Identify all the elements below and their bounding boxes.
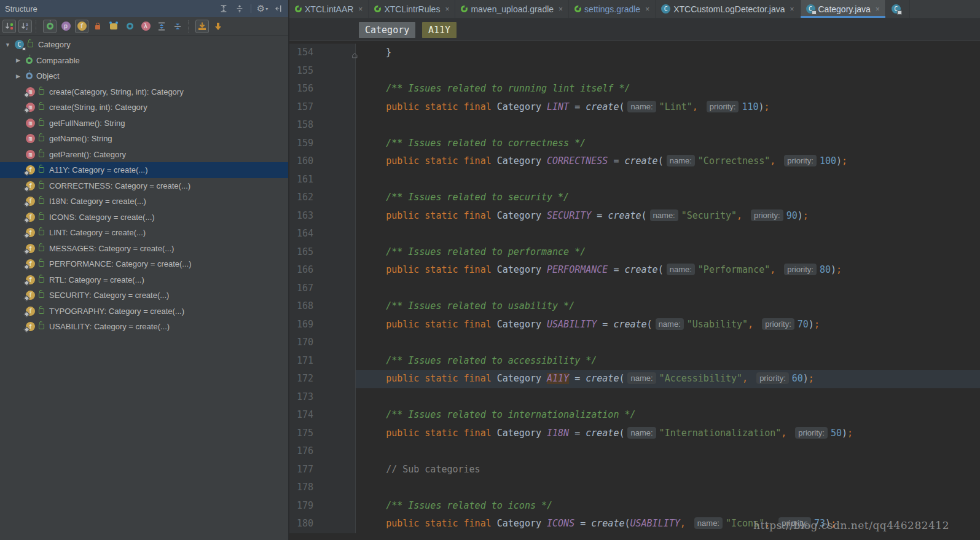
separator — [188, 20, 192, 33]
code-line-content[interactable]: /** Issues related to running lint itsel… — [356, 80, 980, 98]
scroll-to-source-button[interactable] — [195, 20, 209, 33]
context-chip-a11y[interactable]: A11Y — [422, 22, 457, 38]
structure-node-category[interactable]: ▼CCategory — [0, 37, 288, 53]
code-token: LINT — [547, 101, 569, 112]
editor-tab-xtclintaar[interactable]: XTCLintAAR× — [289, 0, 369, 18]
tree-expand-arrow-icon[interactable]: ▼ — [4, 42, 15, 48]
tab-close-icon[interactable]: × — [876, 5, 880, 14]
code-line-content[interactable]: public static final Category A11Y = crea… — [356, 370, 980, 388]
code-token: = — [569, 428, 586, 439]
structure-node-getfullname[interactable]: mgetFullName(): String — [0, 115, 288, 131]
structure-node-comparable[interactable]: ▶Comparable — [0, 53, 288, 69]
code-line-content[interactable]: public static final Category SECURITY = … — [356, 207, 980, 225]
show-fields-button[interactable]: f — [75, 20, 88, 33]
structure-node-object[interactable]: ▶Object — [0, 68, 288, 84]
java-class-icon: C — [661, 4, 670, 14]
structure-node-rtl[interactable]: fRTL: Category = create(...) — [0, 272, 288, 288]
structure-node-usability[interactable]: fUSABILITY: Category = create(...) — [0, 319, 288, 335]
parameter-hint: name: — [627, 101, 656, 112]
code-line-content[interactable]: public static final Category LINT = crea… — [356, 98, 980, 117]
structure-node-create[interactable]: mcreate(String, int): Category — [0, 100, 288, 115]
code-line-content[interactable]: /** Issues related to correctness */ — [356, 135, 980, 153]
editor-tab-category.java[interactable]: CCategory.java× — [801, 0, 886, 18]
structure-node-messages[interactable]: fMESSAGES: Category = create(...) — [0, 241, 288, 257]
code-line-content[interactable] — [356, 225, 980, 243]
code-token: SECURITY — [547, 210, 591, 221]
show-scope-button[interactable] — [123, 20, 136, 33]
structure-node-icons[interactable]: fICONS: Category = create(...) — [0, 209, 288, 225]
show-non-public-button[interactable] — [91, 20, 104, 33]
code-line: 155 — [289, 62, 980, 80]
expand-rows-button[interactable] — [155, 20, 168, 33]
structure-node-lint[interactable]: fLINT: Category = create(...) — [0, 225, 288, 241]
code-line-content[interactable]: public static final Category PERFORMANCE… — [356, 261, 980, 280]
structure-node-i18n[interactable]: fI18N: Category = create(...) — [0, 194, 288, 209]
tree-node-label: getParent(): Category — [49, 150, 126, 159]
show-properties-button[interactable]: p — [59, 20, 73, 33]
editor-tab-partial[interactable]: C — [886, 0, 910, 18]
code-token — [786, 428, 792, 439]
code-token: public static final — [386, 518, 492, 529]
code-line-content[interactable] — [356, 171, 980, 189]
editor-tab-xtccustomlogdetector.java[interactable]: CXTCCustomLogDetector.java× — [656, 0, 800, 18]
code-line-content[interactable]: // Sub categories — [356, 461, 980, 479]
tree-expand-arrow-icon[interactable]: ▶ — [15, 73, 26, 79]
code-line-content[interactable]: /** Issues related to icons */ — [356, 497, 980, 515]
sort-by-visibility-button[interactable] — [2, 20, 16, 33]
code-line-content[interactable] — [356, 479, 980, 497]
hide-tool-window-icon[interactable] — [273, 4, 283, 14]
editor-tab-xtclintrrules[interactable]: XTCLintrRules× — [369, 0, 455, 18]
tab-close-icon[interactable]: × — [358, 5, 363, 14]
code-line: 162 /** Issues related to security */ — [289, 189, 980, 207]
code-token — [364, 428, 386, 439]
code-line-content[interactable] — [356, 116, 980, 135]
collapse-rows-button[interactable] — [171, 20, 184, 33]
code-line-content[interactable]: /** Issues related to usability */ — [356, 297, 980, 316]
autoscroll-from-source-button[interactable] — [211, 20, 225, 33]
code-line-content[interactable] — [356, 388, 980, 407]
line-number: 175 — [289, 425, 356, 443]
view-options-gear-icon[interactable]: ⚙▾ — [257, 4, 267, 14]
code-line-content[interactable] — [356, 442, 980, 461]
public-visibility-icon — [39, 246, 44, 251]
code-line-content[interactable]: /** Issues related to security */ — [356, 189, 980, 207]
tab-close-icon[interactable]: × — [559, 5, 563, 14]
code-editor[interactable]: 154 }155156 /** Issues related to runnin… — [289, 41, 980, 540]
structure-node-getparent[interactable]: mgetParent(): Category — [0, 147, 288, 163]
structure-node-typography[interactable]: fTYPOGRAPHY: Category = create(...) — [0, 303, 288, 319]
show-lambdas-button[interactable]: λ — [139, 20, 152, 33]
code-line-content[interactable]: /** Issues related to accessibility */ — [356, 352, 980, 370]
sort-alphabetically-button[interactable]: az — [18, 20, 32, 33]
show-anonymous-classes-button[interactable] — [107, 20, 120, 33]
code-line-content[interactable] — [356, 280, 980, 298]
structure-node-create[interactable]: mcreate(Category, String, int): Category — [0, 84, 288, 100]
public-visibility-icon — [39, 324, 44, 329]
structure-node-performance[interactable]: fPERFORMANCE: Category = create(...) — [0, 256, 288, 272]
code-token — [748, 373, 753, 384]
code-line-content[interactable]: public static final Category CORRECTNESS… — [356, 152, 980, 171]
context-chip-category[interactable]: Category — [359, 22, 415, 38]
code-token: public static final — [386, 155, 492, 166]
collapse-all-icon[interactable] — [235, 4, 245, 14]
code-line-content[interactable] — [356, 62, 980, 80]
tab-close-icon[interactable]: × — [445, 5, 449, 14]
code-line-content[interactable] — [356, 334, 980, 352]
code-line-content[interactable]: } — [356, 44, 980, 62]
code-line-content[interactable]: public static final Category I18N = crea… — [356, 425, 980, 443]
structure-node-getname[interactable]: mgetName(): String — [0, 131, 288, 147]
expand-all-icon[interactable] — [219, 4, 229, 14]
structure-node-security[interactable]: fSECURITY: Category = create(...) — [0, 288, 288, 303]
code-line-content[interactable]: /** Issues related to performance */ — [356, 243, 980, 262]
structure-node-correctness[interactable]: fCORRECTNESS: Category = create(...) — [0, 178, 288, 194]
public-visibility-icon — [28, 42, 33, 47]
structure-node-a11y[interactable]: fA11Y: Category = create(...) — [0, 162, 288, 178]
editor-tab-maven_upload.gradle[interactable]: maven_upload.gradle× — [455, 0, 569, 18]
code-line-content[interactable]: public static final Category USABILITY =… — [356, 316, 980, 334]
tab-close-icon[interactable]: × — [790, 5, 794, 14]
code-line-content[interactable]: /** Issues related to internationalizati… — [356, 406, 980, 425]
show-inherited-button[interactable] — [43, 20, 57, 33]
public-visibility-icon — [39, 120, 44, 126]
tree-expand-arrow-icon[interactable]: ▶ — [15, 57, 26, 63]
tab-close-icon[interactable]: × — [645, 5, 649, 14]
editor-tab-settings.gradle[interactable]: settings.gradle× — [569, 0, 656, 18]
